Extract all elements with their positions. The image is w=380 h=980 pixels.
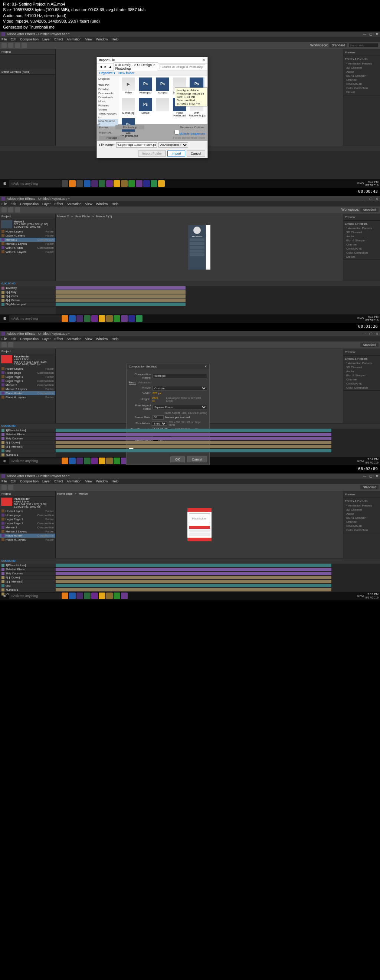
- maximize-icon[interactable]: ▢: [369, 32, 373, 36]
- menu-file[interactable]: File: [2, 37, 7, 41]
- task-icon[interactable]: [84, 180, 91, 187]
- sidebar-item[interactable]: This PC: [97, 83, 118, 87]
- menu-bar[interactable]: File Edit Composition Layer Effect Anima…: [0, 37, 380, 42]
- preset-item[interactable]: Color Correction: [344, 86, 379, 90]
- height-value[interactable]: 1001 px: [152, 396, 161, 402]
- resolution-dropdown[interactable]: Third: [152, 421, 167, 426]
- timeline-panel[interactable]: 0:00:00:00 1 overlay 2 [-] Tray 3 [-] Ic…: [0, 281, 380, 314]
- sidebar-item[interactable]: New Volume (I:: [97, 119, 118, 126]
- par-dropdown[interactable]: Square Pixels: [153, 405, 207, 409]
- import-folder-button[interactable]: Import Folder: [138, 151, 166, 156]
- start-button[interactable]: ⊞: [2, 180, 8, 187]
- close-icon[interactable]: ✕: [204, 365, 207, 368]
- preset-item[interactable]: 3D Channel: [344, 66, 379, 70]
- zoom-tool[interactable]: [15, 43, 20, 48]
- comp-breadcrumbs[interactable]: Menue 2 > User Photo > Menue 2 (1): [56, 214, 113, 219]
- preset-item[interactable]: Audio: [344, 70, 379, 74]
- cortana-search[interactable]: ○ Ask me anything: [9, 180, 61, 187]
- file-item[interactable]: Menue.jpg: [121, 98, 136, 117]
- folder-tree[interactable]: Dropbox This PC Desktop Documents Downlo…: [97, 76, 119, 124]
- menu-window[interactable]: Window: [96, 37, 108, 41]
- tab-basic[interactable]: Basic: [129, 381, 136, 385]
- new-folder-button[interactable]: New folder: [118, 71, 134, 75]
- sidebar-item[interactable]: Videos: [97, 108, 118, 111]
- file-filter-dropdown[interactable]: All Acceptable Files (*.prproj;*.c: [158, 142, 188, 148]
- sidebar-item[interactable]: Music: [97, 99, 118, 103]
- path-breadcrumb[interactable]: « UI Desig... > UI Design in Photoshop: [113, 62, 158, 71]
- dialog-close-icon[interactable]: ✕: [202, 58, 205, 62]
- task-icon[interactable]: [106, 180, 113, 187]
- sidebar-item[interactable]: Dropbox: [97, 77, 118, 81]
- import-button[interactable]: Import: [168, 151, 185, 156]
- preset-item[interactable]: Blur & Sharpen: [344, 74, 379, 78]
- rotate-tool[interactable]: [22, 43, 27, 48]
- timecode-display[interactable]: 0:00:00:00: [2, 282, 16, 285]
- project-panel-tab[interactable]: Project: [0, 49, 55, 54]
- file-item[interactable]: PsMenue: [138, 98, 153, 117]
- task-icon[interactable]: [62, 180, 68, 187]
- task-icon[interactable]: [91, 180, 98, 187]
- project-tree[interactable]: Hoem LayersFolder Home pageComposition L…: [0, 367, 55, 399]
- preset-item[interactable]: CINEMA 4D: [344, 82, 379, 86]
- hand-tool[interactable]: [8, 43, 13, 48]
- file-item[interactable]: PsIcon.psd: [155, 78, 170, 96]
- task-icon[interactable]: [143, 180, 150, 187]
- menu-edit[interactable]: Edit: [11, 37, 17, 41]
- comp-name-input[interactable]: [153, 374, 207, 378]
- task-icon[interactable]: [113, 180, 120, 187]
- tray-lang[interactable]: ENG: [358, 182, 364, 185]
- nav-up-icon[interactable]: ▲: [109, 65, 112, 68]
- ok-button[interactable]: OK: [170, 457, 185, 462]
- workspace-dropdown[interactable]: Standard: [329, 43, 347, 48]
- task-icon[interactable]: [158, 180, 165, 187]
- effect-controls-tab[interactable]: Effect Controls (none): [0, 69, 55, 75]
- task-icon[interactable]: [151, 180, 157, 187]
- file-item[interactable]: ▶Video: [121, 78, 136, 96]
- sidebar-item[interactable]: Desktop: [97, 87, 118, 91]
- preset-item[interactable]: * Animation Presets: [344, 62, 379, 66]
- task-icon[interactable]: [99, 180, 105, 187]
- multi-seq-checkbox[interactable]: [174, 130, 179, 135]
- timeline-panel[interactable]: 0:00:00:00 1 [Place Holder] 2 Market Pla…: [0, 558, 380, 592]
- task-icon[interactable]: [77, 180, 83, 187]
- width-value[interactable]: 827 px: [153, 391, 161, 395]
- task-icon[interactable]: [136, 180, 142, 187]
- menu-animation[interactable]: Animation: [66, 37, 81, 41]
- sidebar-item[interactable]: Pictures: [97, 103, 118, 108]
- cancel-button[interactable]: Cancel: [187, 151, 205, 156]
- task-icon[interactable]: [69, 180, 76, 187]
- project-tree[interactable]: Hoem LayersFolder Home pageComposition L…: [0, 509, 55, 542]
- organize-dropdown[interactable]: Organize ▾: [99, 71, 115, 75]
- menu-help[interactable]: Help: [112, 37, 119, 41]
- search-input[interactable]: [160, 64, 205, 69]
- window-controls[interactable]: —▢✕: [363, 32, 378, 36]
- sidebar-item[interactable]: Downloads: [97, 95, 118, 99]
- preset-item[interactable]: Channel: [344, 78, 379, 82]
- filename-input[interactable]: [116, 142, 157, 148]
- project-tree[interactable]: Hoem LayersFolder Login P...ayersFolder …: [0, 229, 55, 254]
- tab-advanced[interactable]: Advanced: [139, 381, 152, 385]
- system-tray[interactable]: ENG 7:12 PM8/17/2016: [358, 180, 378, 187]
- task-icon[interactable]: [121, 180, 128, 187]
- sidebar-item[interactable]: TIH0070500A (...: [97, 111, 118, 119]
- nav-fwd-icon[interactable]: ►: [104, 65, 107, 68]
- selection-tool[interactable]: [2, 43, 7, 48]
- task-icon[interactable]: [128, 180, 135, 187]
- taskbar[interactable]: ⊞ ○ Ask me anything ENG 7:12 PM8/17/2016: [0, 179, 380, 188]
- file-item[interactable]: PsHoem.psd: [138, 78, 153, 96]
- menu-effect[interactable]: Effect: [54, 37, 63, 41]
- sidebar-item[interactable]: Documents: [97, 91, 118, 95]
- effects-presets-title[interactable]: Effects & Presets: [344, 57, 379, 62]
- framerate-input[interactable]: [153, 415, 164, 420]
- composition-viewer[interactable]: Home page > Menue Place holder: [56, 491, 343, 558]
- nav-back-icon[interactable]: ◄: [99, 65, 102, 68]
- cancel-button[interactable]: Cancel: [187, 457, 207, 462]
- menu-layer[interactable]: Layer: [42, 37, 51, 41]
- menu-view[interactable]: View: [85, 37, 92, 41]
- close-icon[interactable]: ✕: [375, 32, 378, 36]
- file-item[interactable]: [155, 98, 170, 117]
- preset-item[interactable]: Distort: [344, 90, 379, 94]
- menu-composition[interactable]: Composition: [20, 37, 38, 41]
- minimize-icon[interactable]: —: [363, 32, 366, 36]
- composition-viewer[interactable]: Menue 2 > User Photo > Menue 2 (1) Afix …: [56, 214, 343, 281]
